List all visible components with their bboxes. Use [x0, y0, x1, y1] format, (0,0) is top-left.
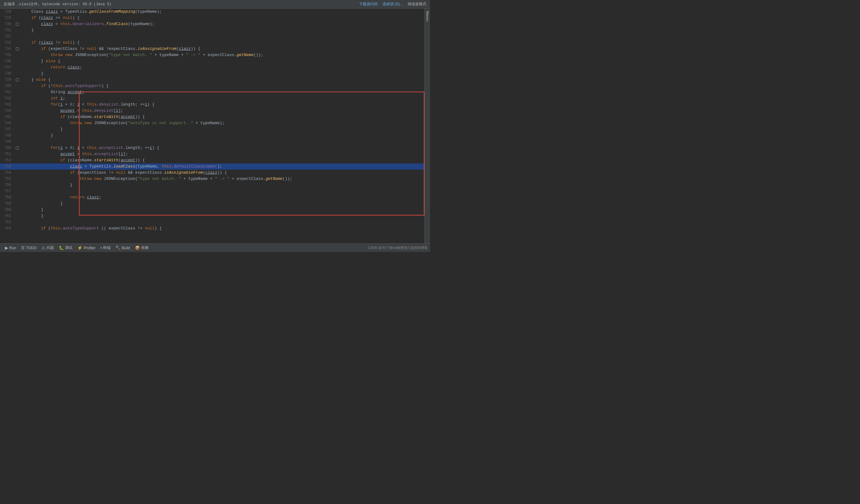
line-number: 757 [0, 188, 14, 195]
line-number: 753 [0, 163, 14, 170]
code-line: 731 } [0, 27, 425, 33]
line-content: if (className.startsWith(accept)) { [20, 157, 425, 163]
dependency-icon: 📦 [135, 245, 140, 250]
line-number: 763 [0, 225, 14, 232]
code-line: 738 } [0, 71, 425, 77]
build-icon: 🔨 [115, 245, 120, 250]
line-content: } [20, 207, 425, 213]
line-gutter [14, 40, 20, 46]
line-content: throw new JSONException("type not match.… [20, 52, 425, 58]
download-source-button[interactable]: 下载源代码 [359, 2, 378, 7]
line-number: 730 [0, 21, 14, 27]
line-content: clazz = this.deserializers.findClass(typ… [20, 21, 425, 27]
debug-button[interactable]: 🐛 调试 [56, 244, 75, 252]
breakpoint-icon [16, 78, 19, 82]
line-content: } [20, 201, 425, 207]
code-line: 744 accept = this.denyList[i]; [0, 108, 425, 114]
line-content: } [20, 132, 425, 139]
line-number: 738 [0, 71, 14, 77]
line-content [20, 33, 425, 40]
line-content: Class clazz = TypeUtils.getClassFromMapp… [20, 9, 425, 15]
run-icon: ▶ [5, 245, 8, 250]
line-content: accept = this.acceptList[i]; [20, 151, 425, 157]
terminal-button[interactable]: ▪ 终端 [98, 244, 113, 252]
line-gutter [14, 114, 20, 120]
dependency-button[interactable]: 📦 依赖 [132, 244, 151, 252]
line-number: 734 [0, 46, 14, 52]
line-gutter [14, 132, 20, 139]
line-number: 736 [0, 58, 14, 64]
code-line: 735 throw new JSONException("type not ma… [0, 52, 425, 58]
code-line: 754 if (expectClass != null && expectCla… [0, 170, 425, 176]
code-line: 757 [0, 188, 425, 195]
line-gutter [14, 213, 20, 219]
editor-container: 728 Class clazz = TypeUtils.getClassFrom… [0, 9, 430, 243]
code-line: 747 } [0, 126, 425, 132]
line-gutter [14, 108, 20, 114]
line-gutter [14, 188, 20, 195]
line-content: } [20, 27, 425, 33]
code-area[interactable]: 728 Class clazz = TypeUtils.getClassFrom… [0, 9, 430, 243]
code-line: 728 Class clazz = TypeUtils.getClassFrom… [0, 9, 425, 15]
line-number: 733 [0, 40, 14, 46]
code-line: 736 } else { [0, 58, 425, 64]
line-number: 747 [0, 126, 14, 132]
code-line: 730 clazz = this.deserializers.findClass… [0, 21, 425, 27]
line-gutter [14, 225, 20, 232]
line-gutter [14, 195, 20, 201]
line-number: 745 [0, 114, 14, 120]
line-gutter [14, 33, 20, 40]
maven-label[interactable]: Maven [426, 11, 429, 21]
line-number: 761 [0, 213, 14, 219]
build-label: Build [122, 246, 130, 250]
code-line: 762 [0, 219, 425, 225]
line-gutter [14, 89, 20, 95]
line-gutter [14, 21, 20, 27]
line-gutter [14, 27, 20, 33]
line-content: } else { [20, 58, 425, 64]
line-content: return clazz; [20, 64, 425, 71]
line-gutter [14, 46, 20, 52]
title-text: 反编译 .class文件, bytecode version: 49.0 (Ja… [4, 2, 112, 7]
run-button[interactable]: ▶ Run [2, 244, 18, 252]
code-line: 749 [0, 139, 425, 145]
build-button[interactable]: 🔨 Build [113, 244, 132, 252]
line-content [20, 219, 425, 225]
line-number: 746 [0, 120, 14, 126]
problem-button[interactable]: ⚠ 问题 [39, 244, 56, 252]
todo-label: TODO [26, 246, 37, 250]
code-line: 729 if (clazz == null) { [0, 15, 425, 21]
profiler-button[interactable]: ⚡ Profiler [75, 244, 98, 252]
line-number: 755 [0, 176, 14, 182]
line-gutter [14, 102, 20, 108]
line-gutter [14, 52, 20, 58]
line-number: 735 [0, 52, 14, 58]
line-gutter [14, 120, 20, 126]
line-number: 760 [0, 207, 14, 213]
line-content: String accept; [20, 89, 425, 95]
code-line: 753 clazz = TypeUtils.loadClass(typeName… [0, 163, 425, 170]
line-number: 728 [0, 9, 14, 15]
code-line: 742 int i; [0, 95, 425, 102]
line-gutter [14, 126, 20, 132]
line-gutter [14, 139, 20, 145]
title-actions: 下载源代码 选择源 (S)... 阅读器模式 [359, 2, 426, 7]
code-line: 745 if (className.startsWith(accept)) { [0, 114, 425, 120]
code-line: 737 return clazz; [0, 64, 425, 71]
reader-mode-button[interactable]: 阅读器模式 [408, 2, 426, 7]
code-line: 746 throw new JSONException("autoType is… [0, 120, 425, 126]
line-number: 748 [0, 132, 14, 139]
line-number: 756 [0, 182, 14, 188]
code-line: 733 if (clazz != null) { [0, 40, 425, 46]
line-gutter [14, 58, 20, 64]
line-content: if (this.autoTypeSupport || expectClass … [20, 225, 425, 232]
select-source-button[interactable]: 选择源 (S)... [383, 2, 403, 7]
code-line: 741 String accept; [0, 89, 425, 95]
line-content: accept = this.denyList[i]; [20, 108, 425, 114]
todo-button[interactable]: ☰ TODO [18, 244, 39, 252]
line-number: 759 [0, 201, 14, 207]
line-content: } [20, 126, 425, 132]
line-number: 762 [0, 219, 14, 225]
terminal-icon: ▪ [100, 245, 102, 250]
code-line: 739 } else { [0, 77, 425, 83]
